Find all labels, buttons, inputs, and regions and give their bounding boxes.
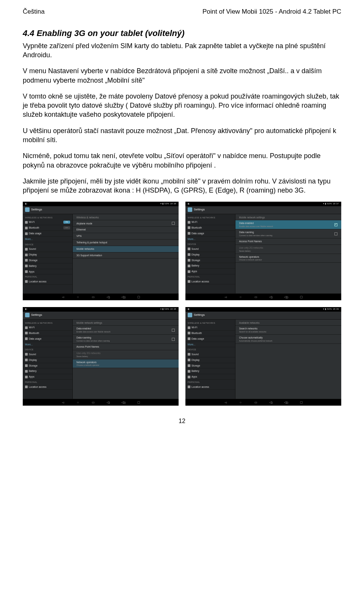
- screenshot-icon[interactable]: ▢: [136, 295, 141, 299]
- row-2g-only: Use only 2G networksSaves battery: [73, 350, 179, 359]
- sidebar-item-display[interactable]: Display: [23, 252, 72, 258]
- row-choose-automatically[interactable]: Choose automaticallyAutomatically choose…: [235, 335, 341, 344]
- sidebar-item-data-usage[interactable]: Data usage: [185, 336, 235, 342]
- sidebar-item-apps[interactable]: Apps: [23, 374, 72, 380]
- sidebar-item-sound[interactable]: Sound: [23, 352, 72, 357]
- sidebar-item-battery[interactable]: Battery: [23, 368, 72, 374]
- sidebar-item-location[interactable]: Location access: [185, 384, 235, 390]
- row-mobile-networks[interactable]: Mobile networks: [73, 246, 179, 252]
- row-data-roaming[interactable]: Data roamingConnect to data services whe…: [235, 229, 341, 238]
- row-sublabel: Automatically choose preferred network: [239, 340, 273, 342]
- volume-down-icon[interactable]: ◁): [106, 295, 111, 299]
- sidebar-item-location[interactable]: Location access: [185, 279, 235, 285]
- paragraph-3: V tomto okně se ujistěte, že máte povole…: [23, 92, 341, 119]
- sidebar-item-location[interactable]: Location access: [23, 279, 72, 285]
- storage-icon: [25, 259, 28, 262]
- sidebar-item-location[interactable]: Location access: [23, 384, 72, 390]
- screenshot-icon[interactable]: ▢: [299, 401, 304, 404]
- volume-up-icon[interactable]: ◁)): [284, 295, 289, 299]
- sidebar-item-data-usage[interactable]: Data usage: [185, 231, 235, 237]
- sidebar-item-battery[interactable]: Battery: [23, 263, 72, 269]
- sidebar-item-data-usage[interactable]: Data usage: [23, 231, 72, 237]
- recents-icon[interactable]: ▭: [253, 295, 259, 299]
- row-tethering[interactable]: Tethering & portable hotspot: [73, 240, 179, 246]
- volume-down-icon[interactable]: ◁): [268, 401, 274, 404]
- home-icon[interactable]: ○: [238, 295, 243, 299]
- sidebar-item-more[interactable]: More...: [23, 342, 72, 348]
- sidebar-item-battery[interactable]: Battery: [185, 263, 235, 269]
- recents-icon[interactable]: ▭: [91, 401, 96, 404]
- display-label: Display: [29, 359, 37, 362]
- checkbox[interactable]: [172, 222, 175, 225]
- settings-pane: Available networks Search networksSearch…: [235, 320, 341, 399]
- row-network-operators[interactable]: Network operatorsChoose a network operat…: [235, 254, 341, 263]
- sidebar-item-battery[interactable]: Battery: [185, 368, 235, 374]
- sidebar-item-sound[interactable]: Sound: [185, 352, 235, 357]
- checkbox[interactable]: [172, 329, 175, 332]
- sidebar-item-bluetooth[interactable]: Bluetooth: [23, 331, 72, 336]
- display-label: Display: [191, 359, 199, 362]
- sidebar-item-data-usage[interactable]: Data usage: [23, 336, 72, 342]
- section-title: 4.4 Enabling 3G on your tablet (voliteln…: [23, 28, 341, 39]
- section-wireless: WIRELESS & NETWORKS: [23, 215, 72, 220]
- sidebar-item-display[interactable]: Display: [185, 357, 235, 363]
- sidebar-item-more[interactable]: More...: [23, 237, 72, 242]
- screenshot-icon[interactable]: ▢: [299, 295, 304, 299]
- wifi-switch[interactable]: ON: [63, 221, 70, 224]
- row-airplane-mode[interactable]: Airplane mode: [73, 220, 179, 227]
- back-icon[interactable]: ◅: [223, 401, 228, 404]
- row-ethernet[interactable]: Ethernet: [73, 227, 179, 233]
- sidebar-item-more[interactable]: More...: [185, 342, 235, 348]
- sidebar-item-sound[interactable]: Sound: [185, 246, 235, 252]
- recents-icon[interactable]: ▭: [253, 401, 259, 404]
- row-apn[interactable]: Access Point Names: [73, 344, 179, 350]
- home-icon[interactable]: ○: [75, 295, 81, 299]
- home-icon[interactable]: ○: [238, 401, 243, 404]
- row-data-roaming[interactable]: Data roamingConnect to data services whe…: [73, 335, 179, 344]
- row-search-networks[interactable]: Search networksSearch for all available …: [235, 326, 341, 335]
- volume-down-icon[interactable]: ◁): [106, 401, 111, 404]
- row-vpn[interactable]: VPN: [73, 233, 179, 240]
- checkbox[interactable]: [334, 232, 337, 235]
- sidebar-item-wifi[interactable]: Wi-Fi ON: [23, 219, 72, 225]
- sidebar-item-bluetooth[interactable]: Bluetooth: [185, 331, 235, 336]
- sidebar-item-storage[interactable]: Storage: [185, 258, 235, 263]
- row-network-operators[interactable]: Network operatorsChoose a network operat…: [73, 359, 179, 368]
- sidebar-item-wifi[interactable]: Wi-Fi: [185, 325, 235, 331]
- sidebar-item-storage[interactable]: Storage: [185, 363, 235, 369]
- sidebar-item-wifi[interactable]: Wi-Fi: [185, 219, 235, 225]
- row-data-enabled[interactable]: Data enabledEnable data access over Mobi…: [235, 220, 341, 229]
- row-data-enabled[interactable]: Data enabledEnable data access over Mobi…: [73, 326, 179, 335]
- sidebar-item-display[interactable]: Display: [185, 252, 235, 258]
- sidebar-item-more[interactable]: More...: [185, 237, 235, 242]
- volume-up-icon[interactable]: ◁)): [121, 295, 126, 299]
- back-icon[interactable]: ◅: [60, 401, 66, 404]
- volume-up-icon[interactable]: ◁)): [121, 401, 126, 404]
- volume-up-icon[interactable]: ◁)): [284, 401, 289, 404]
- sidebar-item-bluetooth[interactable]: Bluetooth: [185, 225, 235, 231]
- battery-label: Battery: [191, 370, 199, 373]
- row-apn[interactable]: Access Point Names: [235, 238, 341, 245]
- sidebar-item-apps[interactable]: Apps: [185, 374, 235, 380]
- checkbox-checked[interactable]: [334, 223, 337, 226]
- app-title-bar: Settings: [23, 312, 179, 320]
- sidebar-item-apps[interactable]: Apps: [185, 269, 235, 274]
- sidebar-item-display[interactable]: Display: [23, 357, 72, 363]
- volume-down-icon[interactable]: ◁): [268, 295, 274, 299]
- screenshot-icon[interactable]: ▢: [136, 401, 141, 404]
- bt-switch[interactable]: OFF: [63, 226, 70, 229]
- back-icon[interactable]: ◅: [60, 295, 66, 299]
- sidebar-item-bluetooth[interactable]: Bluetooth OFF: [23, 225, 72, 231]
- sidebar-item-storage[interactable]: Storage: [23, 258, 72, 263]
- sidebar-item-sound[interactable]: Sound: [23, 246, 72, 252]
- sidebar-item-storage[interactable]: Storage: [23, 363, 72, 369]
- row-3g-support[interactable]: 3G Support Information: [73, 252, 179, 259]
- home-icon[interactable]: ○: [75, 401, 81, 404]
- recents-icon[interactable]: ▭: [91, 295, 96, 299]
- checkbox[interactable]: [172, 338, 175, 341]
- data-label: Data usage: [29, 337, 41, 340]
- back-icon[interactable]: ◅: [223, 295, 228, 299]
- sidebar-item-wifi[interactable]: Wi-Fi: [23, 325, 72, 331]
- sidebar-item-apps[interactable]: Apps: [23, 269, 72, 275]
- apps-label: Apps: [29, 270, 35, 273]
